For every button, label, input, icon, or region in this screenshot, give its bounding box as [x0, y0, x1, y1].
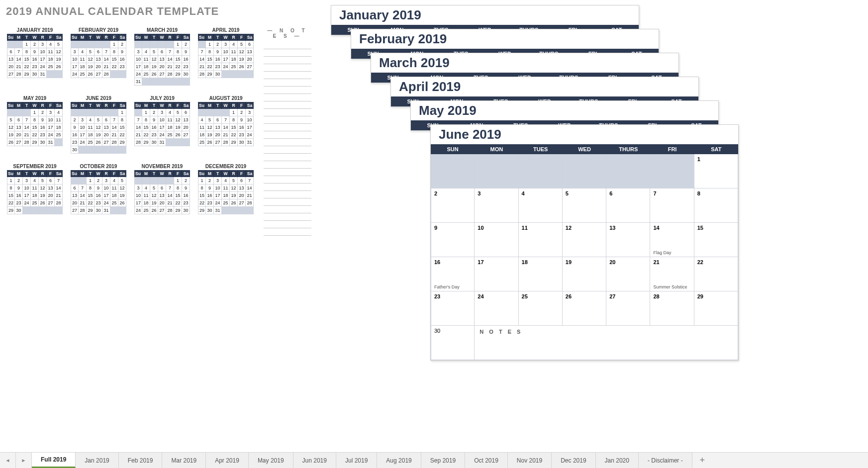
mini-month-header: SuMTWRFSa	[134, 102, 190, 109]
mini-month-row: 17181920212223	[134, 63, 190, 71]
day-event: Flag Day	[653, 250, 671, 255]
sheet-tab[interactable]: Nov 2019	[508, 453, 552, 468]
day-cell[interactable]: 14Flag Day	[650, 223, 694, 257]
day-cell[interactable]: 10	[475, 223, 518, 257]
notes-line[interactable]	[264, 161, 311, 169]
day-cell[interactable]: 13	[606, 223, 650, 257]
day-cell-pad	[650, 154, 694, 188]
notes-line[interactable]	[264, 191, 311, 198]
page-title: 2019 ANNUAL CALENDAR TEMPLATE	[6, 5, 219, 18]
month-row: 16Father's Day1718192021Summer Solstice2…	[431, 257, 738, 291]
mini-month-row: 2345678	[71, 116, 126, 124]
notes-line[interactable]	[264, 169, 311, 176]
notes-line[interactable]	[264, 139, 311, 146]
day-cell[interactable]: 22	[694, 257, 738, 291]
notes-line[interactable]	[264, 116, 311, 124]
notes-line[interactable]	[264, 64, 311, 72]
day-cell[interactable]: 24	[475, 291, 518, 326]
sheet-tab[interactable]: Full 2019	[32, 453, 76, 468]
sheet-tab[interactable]: Jan 2019	[76, 453, 118, 468]
mini-month-title: MAY 2019	[7, 95, 63, 101]
notes-line[interactable]	[264, 198, 311, 206]
day-cell[interactable]: 26	[563, 291, 606, 326]
day-cell[interactable]: 6	[606, 188, 650, 223]
mini-month: JULY 2019SuMTWRFSa1234567891011121314151…	[134, 95, 190, 154]
sheet-tab[interactable]: Dec 2019	[552, 453, 595, 468]
sheet-tab[interactable]: Apr 2019	[206, 453, 249, 468]
mini-month-row: 21222324252627	[134, 131, 190, 139]
mini-month-title: OCTOBER 2019	[71, 164, 126, 169]
notes-line[interactable]	[264, 109, 311, 116]
day-cell[interactable]: 16Father's Day	[431, 257, 475, 291]
notes-line[interactable]	[264, 221, 311, 228]
sheet-tab[interactable]: Mar 2019	[162, 453, 206, 468]
day-cell[interactable]: 11	[519, 223, 563, 257]
tab-scroll-right-icon[interactable]: ►	[16, 453, 32, 468]
mini-month-row: 11121314151617	[198, 124, 254, 131]
sheet-tab[interactable]: Sep 2019	[421, 453, 465, 468]
day-cell[interactable]: 3	[475, 188, 518, 223]
day-cell[interactable]: 1	[694, 154, 738, 188]
add-sheet-button[interactable]: +	[692, 453, 712, 468]
day-cell[interactable]: 5	[563, 188, 606, 223]
notes-line[interactable]	[264, 146, 311, 154]
day-cell[interactable]: 19	[563, 257, 606, 291]
annual-calendar-grid: JANUARY 2019SuMTWRFSa1234567891011121314…	[7, 27, 254, 214]
notes-line[interactable]	[264, 228, 311, 236]
mini-month: APRIL 2019SuMTWRFSa123456789101112131415…	[198, 27, 254, 86]
day-cell[interactable]: 20	[606, 257, 650, 291]
sheet-tab[interactable]: May 2019	[249, 453, 293, 468]
notes-line[interactable]	[264, 101, 311, 109]
day-cell[interactable]: 21Summer Solstice	[650, 257, 694, 291]
day-cell[interactable]: 30	[431, 326, 475, 360]
day-cell[interactable]: 29	[694, 291, 738, 326]
day-cell[interactable]: 9	[431, 223, 475, 257]
notes-line[interactable]	[264, 49, 311, 57]
sheet-tab[interactable]: Feb 2019	[119, 453, 163, 468]
notes-line[interactable]	[264, 57, 311, 64]
day-cell[interactable]: 25	[519, 291, 563, 326]
notes-line[interactable]	[264, 176, 311, 184]
notes-line[interactable]	[264, 72, 311, 79]
notes-line[interactable]	[264, 154, 311, 161]
day-cell[interactable]: 15	[694, 223, 738, 257]
notes-line[interactable]	[264, 94, 311, 101]
mini-month-title: AUGUST 2019	[198, 95, 254, 101]
notes-line[interactable]	[264, 184, 311, 191]
notes-line[interactable]	[264, 206, 311, 213]
day-cell[interactable]: 4	[519, 188, 563, 223]
mini-month-row: 2930	[7, 207, 63, 214]
sheet-tab[interactable]: Jul 2019	[336, 453, 377, 468]
day-cell[interactable]: 18	[519, 257, 563, 291]
mini-month-row: 567891011	[7, 116, 63, 124]
notes-line[interactable]	[264, 124, 311, 131]
sheet-tab[interactable]: Oct 2019	[465, 453, 508, 468]
day-cell[interactable]: 28	[650, 291, 694, 326]
mini-month: MAY 2019SuMTWRFSa12345678910111213141516…	[7, 95, 63, 154]
mini-month-title: MARCH 2019	[134, 27, 190, 33]
day-cell[interactable]: 8	[694, 188, 738, 223]
sheet-tab[interactable]: Jun 2019	[293, 453, 336, 468]
day-cell[interactable]: 17	[475, 257, 518, 291]
sheet-tab[interactable]: - Disclaimer -	[639, 453, 692, 468]
notes-line[interactable]	[264, 87, 311, 94]
mini-month-row: 1234	[7, 109, 63, 116]
month-row: 91011121314Flag Day15	[431, 223, 738, 257]
notes-line[interactable]	[264, 131, 311, 139]
mini-month: JANUARY 2019SuMTWRFSa1234567891011121314…	[7, 27, 63, 86]
notes-area[interactable]: N O T E S	[475, 326, 738, 360]
sheet-tab[interactable]: Jan 2020	[596, 453, 639, 468]
tab-scroll-left-icon[interactable]: ◄	[0, 453, 16, 468]
day-cell[interactable]: 7	[650, 188, 694, 223]
day-cell[interactable]: 2	[431, 188, 475, 223]
day-cell[interactable]: 27	[606, 291, 650, 326]
notes-line[interactable]	[264, 213, 311, 221]
day-cell[interactable]: 12	[563, 223, 606, 257]
mini-month-title: FEBRUARY 2019	[71, 27, 126, 33]
sheet-tab[interactable]: Aug 2019	[377, 453, 421, 468]
notes-line[interactable]	[264, 42, 311, 49]
mini-month-row: 12	[134, 177, 190, 185]
day-cell[interactable]: 23	[431, 291, 475, 326]
month-row: 23242526272829	[431, 291, 738, 326]
notes-line[interactable]	[264, 79, 311, 87]
